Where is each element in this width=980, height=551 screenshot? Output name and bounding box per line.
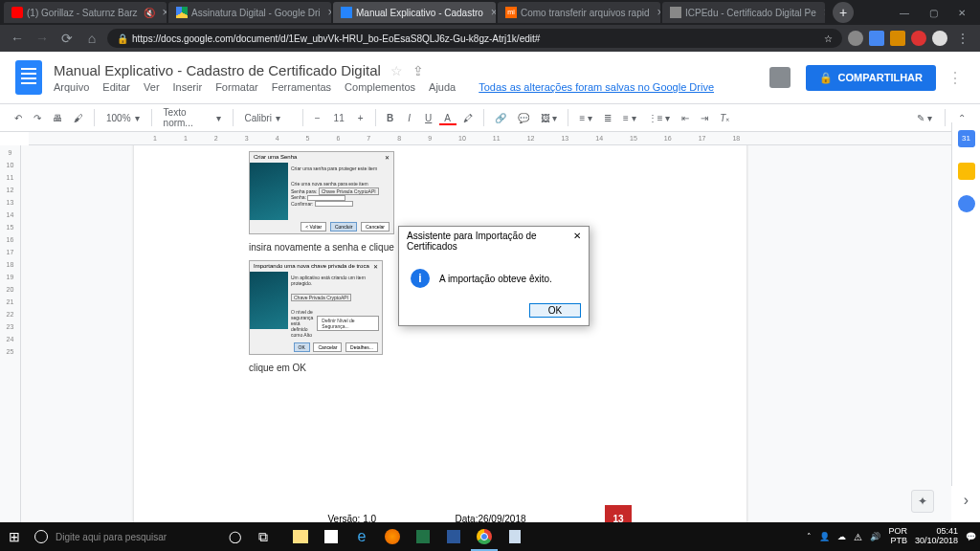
horizontal-ruler[interactable]: 1123456789101112131415161718 xyxy=(29,132,980,145)
zoom-select[interactable]: 100% ▾ xyxy=(100,111,145,125)
tray-cloud-icon[interactable]: ☁ xyxy=(837,532,846,541)
tray-clock[interactable]: 05:4130/10/2018 xyxy=(915,527,958,546)
menu-tools[interactable]: Ferramentas xyxy=(272,81,331,93)
chrome-app[interactable] xyxy=(469,522,500,551)
dialog-close-icon[interactable]: ✕ xyxy=(573,231,581,252)
docs-toolbar: ↶ ↷ 🖶 🖌 100% ▾ Texto norm... ▾ Calibri ▾… xyxy=(0,103,980,132)
tray-chevron-icon[interactable]: ˄ xyxy=(807,532,812,541)
star-icon[interactable]: ☆ xyxy=(824,33,833,44)
close-icon[interactable]: × xyxy=(824,6,825,19)
tray-people-icon[interactable]: 👤 xyxy=(819,532,830,541)
highlight-button[interactable]: 🖍 xyxy=(458,110,478,126)
share-button[interactable]: 🔒 COMPARTILHAR xyxy=(806,65,936,91)
clear-formatting-button[interactable]: Tₓ xyxy=(715,110,734,126)
explore-button[interactable]: ✦ xyxy=(911,490,934,513)
minimize-button[interactable]: — xyxy=(890,1,919,24)
forward-button[interactable]: → xyxy=(33,31,52,46)
menu-insert[interactable]: Inserir xyxy=(173,81,203,93)
star-doc-icon[interactable]: ☆ xyxy=(390,63,403,78)
docs-logo-icon[interactable] xyxy=(15,60,42,95)
font-size-inc[interactable]: + xyxy=(352,110,369,126)
home-button[interactable]: ⌂ xyxy=(82,31,101,46)
tab-mi[interactable]: mi Como transferir arquivos rapid × xyxy=(498,2,660,23)
notifications-icon[interactable]: 💬 xyxy=(966,532,976,541)
close-icon[interactable]: × xyxy=(657,6,661,19)
menu-addons[interactable]: Complementos xyxy=(345,81,415,93)
start-button[interactable]: ⊞ xyxy=(0,522,29,551)
mute-icon[interactable]: 🔇 xyxy=(144,8,155,18)
back-button[interactable]: ← xyxy=(8,31,27,46)
paint-format-button[interactable]: 🖌 xyxy=(69,110,88,126)
taskbar-search[interactable]: Digite aqui para pesquisar xyxy=(29,525,220,548)
ext-icon-3[interactable] xyxy=(890,31,905,46)
explorer-app[interactable] xyxy=(285,522,316,551)
ext-icon-2[interactable] xyxy=(869,31,884,46)
move-doc-icon[interactable]: ⇪ xyxy=(412,63,424,78)
redo-button[interactable]: ↷ xyxy=(29,110,46,126)
reload-button[interactable]: ⟳ xyxy=(57,31,77,46)
underline-button[interactable]: U xyxy=(420,110,437,126)
link-button[interactable]: 🔗 xyxy=(490,110,511,126)
print-button[interactable]: 🖶 xyxy=(48,110,67,126)
italic-button[interactable]: I xyxy=(401,110,418,126)
bold-button[interactable]: B xyxy=(382,110,399,126)
account-icon[interactable]: ⋮ xyxy=(946,69,965,87)
numbered-list-button[interactable]: ≡ ▾ xyxy=(618,110,641,126)
close-icon[interactable]: × xyxy=(491,6,496,19)
menu-format[interactable]: Formatar xyxy=(215,81,258,93)
edge-app[interactable]: e xyxy=(346,522,377,551)
tray-lang[interactable]: PORPTB xyxy=(888,527,907,546)
document-title[interactable]: Manual Explicativo - Cadastro de Certifi… xyxy=(54,62,381,78)
font-size-dec[interactable]: − xyxy=(309,110,326,126)
profile-icon[interactable] xyxy=(932,31,947,46)
menu-button[interactable]: ⋮ xyxy=(953,31,972,46)
word-app[interactable] xyxy=(438,522,469,551)
notepad-app[interactable] xyxy=(500,522,530,551)
style-select[interactable]: Texto norm... ▾ xyxy=(158,105,227,130)
close-icon[interactable]: × xyxy=(163,6,167,19)
close-icon[interactable]: × xyxy=(328,6,332,19)
indent-dec-button[interactable]: ⇤ xyxy=(677,110,694,126)
cortana-icon[interactable]: ◯ xyxy=(220,522,249,551)
indent-inc-button[interactable]: ⇥ xyxy=(696,110,713,126)
document-canvas[interactable]: 910111213141516171819202122232425 Criar … xyxy=(0,145,951,522)
task-view-icon[interactable]: ⧉ xyxy=(249,522,278,551)
close-window-button[interactable]: ✕ xyxy=(947,1,976,24)
tab-icpedu[interactable]: ICPEdu - Certificado Digital Pe × xyxy=(662,2,825,23)
maximize-button[interactable]: ▢ xyxy=(919,1,947,24)
text-color-button[interactable]: A xyxy=(439,110,457,125)
ext-icon-1[interactable] xyxy=(848,31,863,46)
menu-file[interactable]: Arquivo xyxy=(54,81,89,93)
keep-icon[interactable] xyxy=(958,163,975,180)
bulleted-list-button[interactable]: ⋮≡ ▾ xyxy=(643,110,676,126)
align-button[interactable]: ≡ ▾ xyxy=(574,110,597,126)
tray-volume-icon[interactable]: 🔊 xyxy=(870,532,880,541)
line-spacing-button[interactable]: ≣ xyxy=(599,110,616,126)
save-status[interactable]: Todas as alterações foram salvas no Goog… xyxy=(479,81,714,93)
tasks-icon[interactable] xyxy=(958,195,975,212)
vertical-ruler[interactable]: 910111213141516171819202122232425 xyxy=(0,145,21,522)
tab-drive[interactable]: Assinatura Digital - Google Dri × xyxy=(168,2,331,23)
firefox-app[interactable] xyxy=(377,522,408,551)
new-tab-button[interactable]: + xyxy=(833,2,854,23)
tray-wifi-icon[interactable]: ⚠ xyxy=(854,532,862,542)
menu-view[interactable]: Ver xyxy=(144,81,160,93)
editing-mode-button[interactable]: ✎ ▾ xyxy=(912,109,937,126)
comment-button[interactable]: 💬 xyxy=(513,110,534,126)
tab-youtube[interactable]: (1) Gorillaz - Saturnz Barz 🔇 × xyxy=(4,2,167,23)
expand-arrow-icon[interactable]: › xyxy=(964,492,969,509)
comments-button[interactable] xyxy=(769,67,791,88)
image-button[interactable]: 🖼 ▾ xyxy=(536,110,563,126)
excel-app[interactable] xyxy=(408,522,438,551)
address-bar[interactable]: 🔒 https://docs.google.com/document/d/1Ew… xyxy=(107,29,842,48)
font-select[interactable]: Calibri ▾ xyxy=(239,111,297,125)
menu-edit[interactable]: Editar xyxy=(102,81,130,93)
dialog-ok-button[interactable]: OK xyxy=(529,303,581,318)
font-size[interactable]: 11 xyxy=(328,111,350,125)
menu-help[interactable]: Ajuda xyxy=(429,81,456,93)
tab-docs-active[interactable]: Manual Explicativo - Cadastro × xyxy=(333,2,496,23)
store-app[interactable] xyxy=(316,522,346,551)
calendar-icon[interactable]: 31 xyxy=(958,130,975,147)
undo-button[interactable]: ↶ xyxy=(10,110,27,126)
ext-icon-4[interactable] xyxy=(911,31,926,46)
